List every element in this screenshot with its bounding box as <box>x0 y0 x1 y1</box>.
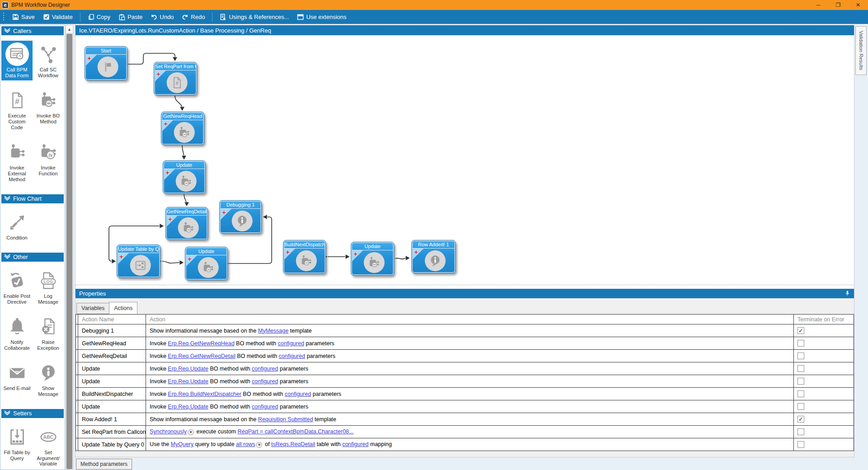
action-link[interactable]: Erp.Req.GetNewReqHead <box>168 340 234 347</box>
node-add-icon[interactable]: + <box>165 169 170 176</box>
undo-button[interactable]: Undo <box>146 12 178 22</box>
toolbox-item-call-sc-workflow[interactable]: Call SC Workflow <box>33 41 64 80</box>
toolbox-item-invoke-function[interactable]: fxInvoke Function <box>33 139 64 184</box>
action-link[interactable]: configured <box>252 404 278 410</box>
workflow-node-setreqpart[interactable]: Set ReqPart from C + # <box>154 62 197 95</box>
restore-button[interactable]: ❐ <box>828 0 848 10</box>
pin-icon[interactable] <box>844 290 850 297</box>
close-button[interactable]: ✕ <box>848 0 868 10</box>
node-add-icon[interactable]: + <box>222 209 226 216</box>
toolbox-item-notify-collaborate[interactable]: Notify Collaborate <box>1 313 33 353</box>
copy-button[interactable]: Copy <box>84 12 114 22</box>
toolbox-item-condition[interactable]: Condition <box>1 209 33 243</box>
toolbox-item-invoke-bo-method[interactable]: Invoke BO Method <box>33 87 64 132</box>
tab-actions[interactable]: Actions <box>109 302 137 314</box>
toolbox-item-raise-exception[interactable]: Raise Exception <box>33 313 64 353</box>
minimize-button[interactable]: ─ <box>808 0 828 10</box>
action-link[interactable]: configured <box>252 378 278 385</box>
sidebar-scrollbar[interactable]: ▲ <box>66 25 73 470</box>
action-link[interactable]: configured <box>342 441 368 447</box>
validate-button[interactable]: Validate <box>39 12 77 22</box>
terminate-checkbox[interactable]: ✓ <box>797 416 804 423</box>
table-row[interactable]: GetNewReqDetailInvoke Erp.Req.GetNewReqD… <box>76 350 854 362</box>
column-action[interactable]: Action <box>146 315 794 324</box>
toolbox-item-call-bpm-data-form[interactable]: Call BPM Data Form <box>1 41 33 80</box>
workflow-node-debugging1[interactable]: Debugging 1 + <box>219 200 262 234</box>
node-add-icon[interactable]: + <box>156 71 160 77</box>
workflow-node-getnewreqhead[interactable]: GetNewReqHead + <box>161 112 204 145</box>
workflow-node-rowadded1[interactable]: Row Added! 1 + <box>411 240 456 273</box>
terminate-checkbox[interactable] <box>797 403 804 410</box>
node-add-icon[interactable]: + <box>188 256 192 262</box>
dropdown-icon[interactable]: ▼ <box>188 429 194 435</box>
workflow-node-update3[interactable]: Update + <box>351 242 394 276</box>
terminate-checkbox[interactable] <box>797 340 804 347</box>
action-link[interactable]: all rows <box>236 441 255 447</box>
table-row[interactable]: BuildNextDispatcherInvoke Erp.Req.BuildN… <box>76 388 854 400</box>
terminate-checkbox[interactable] <box>797 390 804 397</box>
action-link[interactable]: tsReqs.ReqDetail <box>271 441 315 447</box>
toolbox-item-invoke-external-method[interactable]: Invoke External Method <box>1 139 33 184</box>
column-action-name[interactable]: Action Name <box>78 315 146 324</box>
action-link[interactable]: Synchronously <box>150 428 187 435</box>
toolbox-item-execute-custom-code[interactable]: #Execute Custom Code <box>1 87 33 132</box>
terminate-checkbox[interactable]: ✓ <box>797 327 804 334</box>
action-link[interactable]: configured <box>278 340 304 347</box>
scroll-up-button[interactable]: ▲ <box>66 25 73 33</box>
action-link[interactable]: Erp.Req.Update <box>168 366 208 372</box>
scrollbar-thumb[interactable] <box>66 34 72 469</box>
terminate-checkbox[interactable] <box>797 365 804 372</box>
toolbox-item-fill-table-by-query[interactable]: Fill Table by Query <box>1 423 33 469</box>
action-link[interactable]: ReqPart = callContextBpmData.Character08… <box>238 428 354 435</box>
action-link[interactable]: Erp.Req.BuildNextDispatcher <box>168 391 241 397</box>
terminate-checkbox[interactable] <box>797 428 804 435</box>
usings-references-button[interactable]: Usings & References... <box>216 12 293 22</box>
table-row[interactable]: UpdateInvoke Erp.Req.Update BO method wi… <box>76 375 854 388</box>
node-add-icon[interactable]: + <box>354 251 358 257</box>
toolbox-item-log-message[interactable]: LOGLog Message <box>33 267 64 307</box>
table-row[interactable]: Update Table by Query 0Use the MyQuery q… <box>76 438 854 451</box>
workflow-node-update2[interactable]: Update + <box>185 247 228 280</box>
toolbar-grip[interactable] <box>3 13 5 22</box>
toolbox-item-show-message[interactable]: Show Message <box>33 359 64 399</box>
workflow-canvas[interactable]: Start + Set ReqPart from C + #GetNewReqH… <box>75 35 854 285</box>
action-link[interactable]: Erp.Req.GetNewReqDetail <box>168 353 235 359</box>
workflow-node-getnewreqdetail[interactable]: GetNewReqDetail + <box>165 207 208 240</box>
section-header-flow-chart[interactable]: Flow Chart <box>1 194 64 203</box>
table-row[interactable]: Debugging 1Show informational message ba… <box>76 324 854 337</box>
section-header-other[interactable]: Other <box>1 253 64 262</box>
action-link[interactable]: configured <box>285 391 311 397</box>
action-link[interactable]: Erp.Req.Update <box>168 404 208 410</box>
terminate-checkbox[interactable] <box>797 441 804 448</box>
toolbox-item-set-argument-variable[interactable]: ABCSet Argument/ Variable <box>33 423 64 469</box>
table-row[interactable]: Set ReqPart from CallcontextSynchronousl… <box>76 426 854 438</box>
node-add-icon[interactable]: + <box>119 254 123 260</box>
save-button[interactable]: Save <box>8 12 39 22</box>
action-link[interactable]: configured <box>252 366 278 372</box>
redo-button[interactable]: Redo <box>178 12 209 22</box>
terminate-checkbox[interactable] <box>797 378 804 385</box>
workflow-node-start[interactable]: Start + <box>85 46 127 80</box>
node-add-icon[interactable]: + <box>414 249 418 255</box>
table-row[interactable]: GetNewReqHeadInvoke Erp.Req.GetNewReqHea… <box>76 337 854 350</box>
node-add-icon[interactable]: + <box>286 249 290 255</box>
dropdown-icon[interactable]: ▼ <box>256 442 262 448</box>
action-link[interactable]: configured <box>279 353 305 359</box>
node-add-icon[interactable]: + <box>87 55 91 61</box>
toolbox-item-enable-post-directive[interactable]: Enable Post Directive <box>1 267 33 307</box>
toolbox-item-send-e-mail[interactable]: Send E-mail <box>1 359 33 399</box>
workflow-node-updatetablebyq[interactable]: Update Table by Q + <box>117 244 160 278</box>
validation-results-tab[interactable]: Validation Results <box>855 26 867 75</box>
workflow-node-buildnextdispatch[interactable]: BuildNextDispatch + <box>283 240 326 274</box>
action-link[interactable]: Erp.Req.Update <box>168 378 208 385</box>
method-parameters-tab[interactable]: Method parameters <box>76 459 132 470</box>
terminate-checkbox[interactable] <box>797 352 804 359</box>
table-row[interactable]: UpdateInvoke Erp.Req.Update BO method wi… <box>76 400 854 413</box>
use-extensions-button[interactable]: Use extensions <box>293 12 350 22</box>
tab-variables[interactable]: Variables <box>76 303 109 314</box>
paste-button[interactable]: Paste <box>114 12 146 22</box>
node-add-icon[interactable]: + <box>164 121 168 127</box>
column-terminate-on-error[interactable]: Terminate on Error <box>794 315 854 324</box>
workflow-node-update1[interactable]: Update + <box>163 160 206 194</box>
section-header-callers[interactable]: Callers <box>1 26 64 35</box>
